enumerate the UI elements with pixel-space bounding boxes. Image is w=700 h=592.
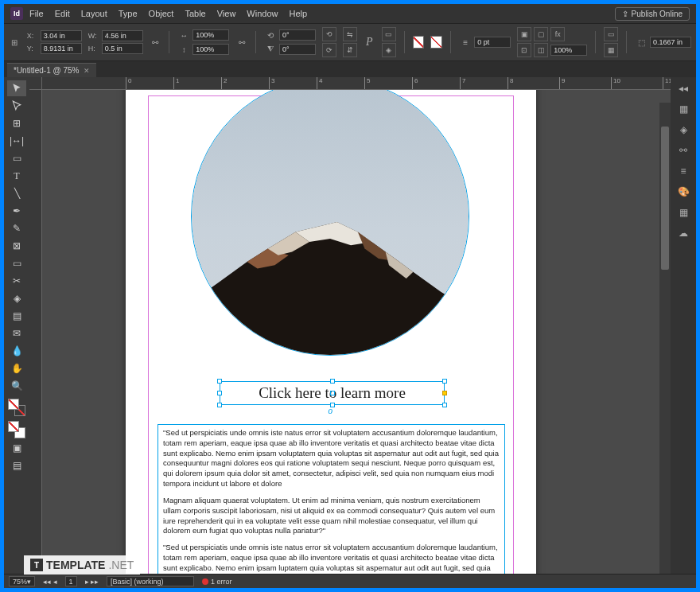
menu-table[interactable]: Table [185,9,205,18]
apply-color-swatch[interactable] [8,421,25,438]
menu-view[interactable]: View [217,9,236,18]
reference-point-icon[interactable]: ⊞ [9,36,21,49]
body-text-frame[interactable]: "Sed ut perspiciatis unde omnis iste nat… [158,424,505,574]
body-paragraph: Magnam aliquam quaerat voluptatem. Ut en… [163,496,500,536]
circular-image-frame[interactable] [191,90,469,356]
opacity-input[interactable] [550,45,587,56]
document-tab[interactable]: *Untitled-1 @ 75% ✕ [7,63,96,77]
resize-handle[interactable] [330,379,335,384]
menu-edit[interactable]: Edit [55,9,70,18]
h-input[interactable] [102,43,143,54]
preflight-profile: [Basic] (working) [111,578,164,586]
scissors-tool[interactable]: ✂ [7,273,26,289]
pencil-tool[interactable]: ✎ [7,220,26,236]
select-content-button[interactable]: ◈ [382,43,396,57]
paragraph-mode-icon[interactable]: P [364,36,375,49]
type-tool[interactable]: T [7,168,26,184]
fill-swatch[interactable] [413,36,425,49]
hyperlink-text-frame[interactable]: Click here to learn more o [220,381,445,405]
fill-frame-button[interactable]: ◫ [534,43,548,57]
document-page[interactable]: Click here to learn more o [126,90,536,574]
effects-button[interactable]: fx [550,27,565,41]
scale-y-input[interactable] [192,44,229,55]
eyedropper-tool[interactable]: 💧 [7,343,26,359]
expand-panels-icon[interactable]: ◂◂ [675,80,691,96]
scrollbar-thumb[interactable] [661,127,669,270]
menu-object[interactable]: Object [149,9,174,18]
zoom-field[interactable]: 75% ▾ [9,576,35,586]
close-tab-icon[interactable]: ✕ [84,67,90,75]
vertical-ruler[interactable] [29,90,42,574]
rotate-ccw-button[interactable]: ⟲ [322,27,336,41]
stroke-weight-input[interactable] [474,37,511,48]
text-wrap-none-button[interactable]: ▭ [604,27,618,41]
note-tool[interactable]: ✉ [7,325,26,341]
fill-stroke-swatch[interactable] [8,399,25,416]
shear-input[interactable] [279,44,316,55]
text-wrap-bounding-button[interactable]: ▦ [604,43,618,57]
link-icon[interactable]: ⚯ [150,36,161,49]
horizontal-ruler[interactable]: 0 1 2 3 4 5 6 7 8 9 10 11 [42,77,671,90]
direct-selection-tool[interactable] [7,98,26,114]
menu-help[interactable]: Help [289,9,307,18]
ruler-origin[interactable] [29,77,42,90]
x-input[interactable] [41,30,82,41]
scale-x-input[interactable] [192,29,229,41]
page-field[interactable]: 1 [65,576,77,586]
fit-frame-button[interactable]: ▣ [517,27,531,41]
cc-libraries-panel-icon[interactable]: ☁ [675,225,691,241]
scale-y-icon: ↕ [177,43,190,56]
menu-type[interactable]: Type [119,9,138,18]
preflight-status[interactable]: 1 error [202,578,232,586]
publish-online-button[interactable]: ⇪ Publish Online [615,7,690,21]
preflight-profile-field[interactable]: [Basic] (working) [107,576,194,586]
page-nav-prev[interactable]: ◂◂ ◂ [43,578,57,586]
pen-tool[interactable]: ✒ [7,203,26,219]
menu-file[interactable]: File [29,9,44,18]
resize-handle[interactable] [442,379,447,384]
resize-handle[interactable] [442,391,447,395]
line-tool[interactable]: ╲ [7,185,26,201]
center-content-button[interactable]: ⊡ [517,43,531,57]
layers-panel-icon[interactable]: ◈ [675,122,691,138]
free-transform-tool[interactable]: ◈ [7,290,26,306]
pages-panel-icon[interactable]: ▦ [675,101,691,117]
color-panel-icon[interactable]: 🎨 [675,184,691,200]
resize-handle[interactable] [217,379,222,384]
view-mode-preview[interactable]: ▤ [7,458,26,473]
resize-handle[interactable] [442,403,447,407]
center-point-icon[interactable] [330,391,335,395]
select-container-button[interactable]: ▭ [382,27,396,41]
gap-input[interactable] [650,37,691,48]
w-input[interactable] [102,30,143,41]
fit-content-button[interactable]: ▢ [534,27,548,41]
flip-h-button[interactable]: ⇋ [343,27,357,41]
menu-window[interactable]: Window [247,9,278,18]
content-collector-tool[interactable]: ▭ [7,150,26,166]
resize-handle[interactable] [217,391,222,395]
selection-tool[interactable] [7,80,26,96]
links-panel-icon[interactable]: ⚯ [675,142,691,158]
page-nav-next[interactable]: ▸ ▸▸ [85,578,99,586]
zoom-tool[interactable]: 🔍 [7,378,26,394]
swatches-panel-icon[interactable]: ▦ [675,204,691,220]
gap-tool[interactable]: |↔| [7,133,26,149]
flip-v-button[interactable]: ⇵ [343,43,357,57]
view-mode-normal[interactable]: ▣ [7,440,26,456]
rectangle-frame-tool[interactable]: ⊠ [7,238,26,254]
menu-layout[interactable]: Layout [81,9,107,18]
hand-tool[interactable]: ✋ [7,360,26,376]
stroke-swatch[interactable] [430,36,442,49]
rotate-input[interactable] [279,29,316,41]
stroke-panel-icon[interactable]: ≡ [675,163,691,179]
page-tool[interactable]: ⊞ [7,115,26,131]
error-dot-icon [202,578,208,585]
rotate-cw-button[interactable]: ⟳ [322,43,336,57]
rectangle-tool[interactable]: ▭ [7,255,26,271]
resize-handle[interactable] [217,403,222,407]
canvas[interactable]: 0 1 2 3 4 5 6 7 8 9 10 11 [29,77,671,574]
gradient-tool[interactable]: ▤ [7,308,26,324]
y-input[interactable] [41,43,82,54]
vertical-scrollbar[interactable] [659,103,671,574]
link-scale-icon[interactable]: ⚯ [235,36,247,49]
